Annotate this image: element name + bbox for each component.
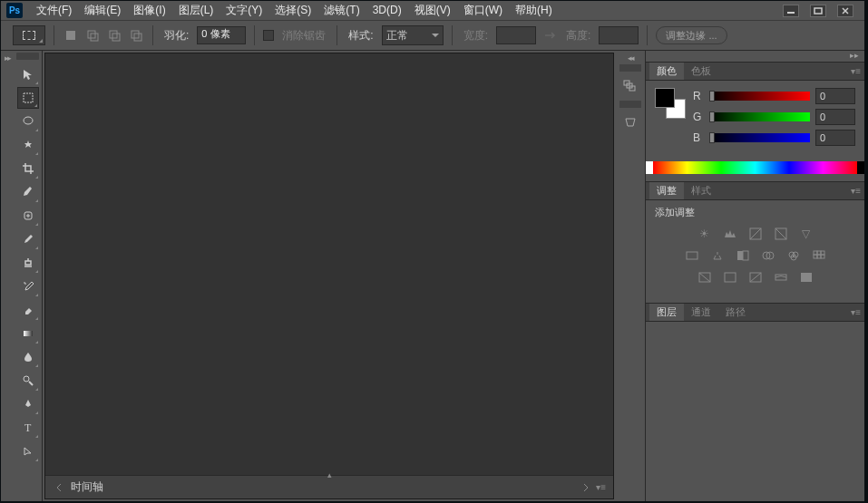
magic-wand-tool[interactable] — [17, 134, 39, 156]
antialias-label: 消除锯齿 — [282, 28, 326, 44]
history-brush-tool[interactable] — [17, 276, 39, 297]
hue-sat-icon[interactable] — [684, 248, 700, 263]
menu-image[interactable]: 图像(I) — [127, 1, 171, 20]
move-tool[interactable] — [17, 63, 39, 85]
menu-file[interactable]: 文件(F) — [30, 1, 78, 20]
adjustments-panel-menu-icon[interactable]: ▾≡ — [851, 186, 861, 196]
brightness-icon[interactable]: ☀ — [697, 227, 713, 241]
intersect-selection-icon[interactable] — [128, 27, 144, 44]
dodge-tool[interactable] — [17, 370, 39, 392]
rail-properties-icon[interactable] — [619, 113, 641, 131]
healing-brush-tool[interactable] — [17, 205, 39, 227]
menu-3d[interactable]: 3D(D) — [366, 1, 408, 20]
svg-rect-32 — [817, 251, 821, 255]
antialias-checkbox[interactable] — [263, 30, 274, 41]
canvas[interactable] — [45, 53, 613, 475]
posterize-icon[interactable] — [722, 270, 738, 285]
collapse-panels-icon[interactable]: ▸▸ — [850, 51, 859, 62]
gradient-tool[interactable] — [17, 323, 39, 344]
close-button[interactable] — [837, 5, 853, 17]
gradient-map-icon[interactable] — [773, 270, 789, 285]
pen-tool[interactable] — [17, 393, 39, 415]
timeline-menu-icon[interactable]: ▾≡ — [596, 482, 606, 492]
eyedropper-tool[interactable] — [17, 181, 39, 203]
invert-icon[interactable] — [697, 270, 713, 285]
menu-filter[interactable]: 滤镜(T) — [317, 1, 366, 20]
exposure-icon[interactable] — [773, 227, 789, 241]
b-input[interactable]: 0 — [815, 130, 855, 146]
tab-styles[interactable]: 样式 — [684, 182, 718, 199]
r-input[interactable]: 0 — [815, 88, 855, 104]
menu-select[interactable]: 选择(S) — [268, 1, 317, 20]
menu-type[interactable]: 文字(Y) — [219, 1, 268, 20]
type-tool[interactable]: T — [17, 417, 39, 439]
channel-mixer-icon[interactable] — [785, 248, 802, 263]
add-selection-icon[interactable] — [84, 27, 101, 44]
svg-rect-31 — [814, 251, 817, 255]
photo-filter-icon[interactable] — [760, 248, 776, 263]
timeline-tab[interactable]: 时间轴 — [71, 479, 103, 495]
menu-help[interactable]: 帮助(H) — [509, 1, 559, 20]
minimize-button[interactable] — [783, 5, 799, 17]
clone-stamp-tool[interactable] — [17, 252, 39, 274]
tab-adjustments[interactable]: 调整 — [649, 182, 684, 199]
refine-edge-button[interactable]: 调整边缘 ... — [656, 26, 727, 44]
brush-tool[interactable] — [17, 228, 39, 250]
scroll-right-icon[interactable] — [580, 481, 592, 494]
expand-panel-icon[interactable]: ▴ — [327, 470, 332, 479]
rail-history-icon[interactable] — [619, 77, 641, 95]
menu-layer[interactable]: 图层(L) — [172, 1, 220, 20]
vibrance-icon[interactable]: ▽ — [798, 227, 814, 241]
color-balance-icon[interactable] — [709, 248, 726, 263]
g-slider[interactable] — [709, 112, 810, 121]
width-label: 宽度: — [463, 28, 488, 44]
feather-input[interactable]: 0 像素 — [197, 26, 246, 44]
color-lookup-icon[interactable] — [811, 248, 827, 263]
curves-icon[interactable] — [747, 227, 764, 241]
svg-text:T: T — [24, 421, 32, 434]
ps-logo: Ps — [6, 3, 23, 18]
scroll-left-icon[interactable] — [53, 481, 65, 494]
crop-tool[interactable] — [17, 158, 39, 179]
swap-dimensions-icon[interactable] — [541, 27, 558, 44]
toolbox-grip[interactable] — [16, 53, 39, 60]
layers-panel-menu-icon[interactable]: ▾≡ — [851, 307, 861, 317]
svg-rect-23 — [687, 252, 697, 259]
tool-preset-picker[interactable] — [13, 25, 45, 45]
levels-icon[interactable] — [722, 227, 738, 241]
eraser-tool[interactable] — [17, 299, 39, 321]
rail-grip[interactable] — [619, 64, 641, 72]
selective-color-icon[interactable] — [798, 270, 814, 285]
marquee-tool[interactable] — [17, 87, 39, 109]
r-slider[interactable] — [709, 92, 810, 101]
tab-paths[interactable]: 路径 — [718, 304, 753, 321]
expand-toolbox-icon[interactable]: ▸▸ — [5, 53, 10, 501]
color-swatch[interactable] — [655, 88, 686, 119]
foreground-color-swatch[interactable] — [655, 88, 675, 108]
b-slider[interactable] — [709, 133, 810, 142]
hue-strip[interactable] — [653, 161, 857, 174]
style-dropdown[interactable]: 正常 — [382, 25, 444, 45]
tab-channels[interactable]: 通道 — [684, 304, 718, 321]
menu-window[interactable]: 窗口(W) — [457, 1, 509, 20]
path-selection-tool[interactable] — [17, 440, 39, 462]
collapse-rail-icon[interactable]: ◂◂ — [616, 53, 645, 63]
threshold-icon[interactable] — [747, 270, 764, 285]
menu-view[interactable]: 视图(V) — [408, 1, 457, 20]
color-panel-menu-icon[interactable]: ▾≡ — [851, 66, 861, 76]
g-input[interactable]: 0 — [815, 109, 855, 125]
blur-tool[interactable] — [17, 346, 39, 368]
menu-edit[interactable]: 编辑(E) — [78, 1, 127, 20]
maximize-button[interactable] — [810, 5, 826, 17]
lasso-tool[interactable] — [17, 111, 39, 132]
subtract-selection-icon[interactable] — [106, 27, 122, 44]
tab-color[interactable]: 颜色 — [649, 63, 684, 80]
color-panel: 颜色 色板 ▾≡ R 0 — [646, 62, 864, 181]
tab-swatches[interactable]: 色板 — [684, 63, 718, 80]
tab-layers[interactable]: 图层 — [649, 304, 684, 321]
r-label: R — [693, 90, 704, 102]
bw-icon[interactable] — [735, 248, 751, 263]
svg-rect-38 — [725, 273, 736, 282]
new-selection-icon[interactable] — [63, 27, 79, 44]
rail-grip-2[interactable] — [619, 101, 641, 108]
